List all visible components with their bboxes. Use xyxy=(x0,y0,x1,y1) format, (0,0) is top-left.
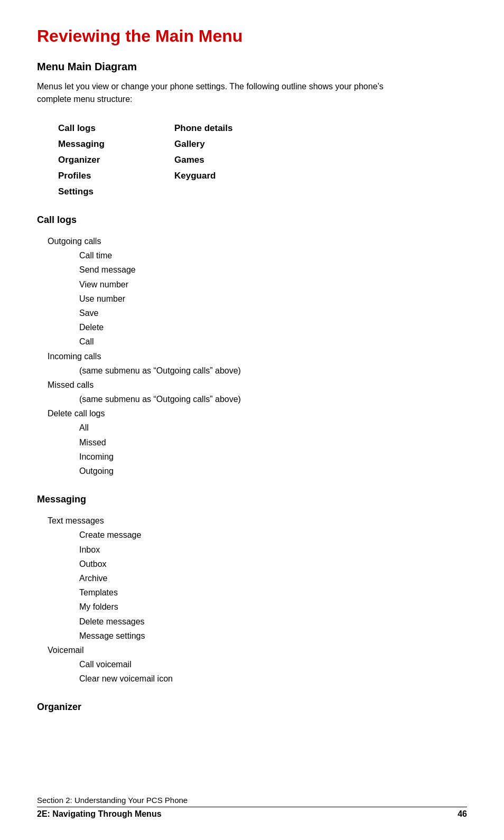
list-item: Delete messages xyxy=(79,614,467,629)
menu-item-gallery: Gallery xyxy=(174,137,312,151)
footer-bottom-row: 2E: Navigating Through Menus 46 xyxy=(37,807,467,819)
page-container: Reviewing the Main Menu Menu Main Diagra… xyxy=(0,0,504,766)
messaging-section: Messaging Text messages Create message I… xyxy=(37,494,467,686)
list-item: Missed calls xyxy=(48,378,467,392)
footer-chapter: 2E: Navigating Through Menus xyxy=(37,809,162,819)
list-item: View number xyxy=(79,277,467,292)
menu-main-diagram-section: Menu Main Diagram Menus let you view or … xyxy=(37,61,467,199)
footer-section-label: Section 2: Understanding Your PCS Phone xyxy=(37,796,467,805)
intro-text: Menus let you view or change your phone … xyxy=(37,80,417,106)
menu-item-messaging: Messaging xyxy=(58,137,174,151)
list-item: Outgoing calls xyxy=(48,234,467,248)
list-item: Use number xyxy=(79,292,467,306)
list-item: Incoming calls xyxy=(48,349,467,363)
list-item: My folders xyxy=(79,600,467,614)
list-item: Incoming xyxy=(79,450,467,464)
list-item: Outbox xyxy=(79,557,467,571)
list-item: Missed xyxy=(79,435,467,450)
list-item: (same submenu as “Outgoing calls” above) xyxy=(79,363,467,378)
list-item: Voicemail xyxy=(48,643,467,657)
page-footer: Section 2: Understanding Your PCS Phone … xyxy=(37,796,467,819)
list-item: Delete xyxy=(79,320,467,334)
page-title: Reviewing the Main Menu xyxy=(37,26,467,46)
call-logs-heading: Call logs xyxy=(37,214,467,226)
footer-page-number: 46 xyxy=(458,809,467,819)
menu-main-diagram-heading: Menu Main Diagram xyxy=(37,61,467,73)
list-item: Send message xyxy=(79,263,467,277)
list-item: Delete call logs xyxy=(48,406,467,421)
list-item: Outgoing xyxy=(79,464,467,478)
organizer-heading: Organizer xyxy=(37,702,467,713)
list-item: Save xyxy=(79,306,467,320)
menu-item-games: Games xyxy=(174,153,312,167)
menu-item-call-logs: Call logs xyxy=(58,122,174,135)
call-logs-outline: Outgoing calls Call time Send message Vi… xyxy=(37,234,467,478)
list-item: Call xyxy=(79,334,467,349)
messaging-heading: Messaging xyxy=(37,494,467,505)
list-item: Message settings xyxy=(79,629,467,643)
menu-item-placeholder xyxy=(174,185,312,199)
list-item: Call voicemail xyxy=(79,657,467,671)
list-item: (same submenu as “Outgoing calls” above) xyxy=(79,392,467,406)
list-item: Text messages xyxy=(48,514,467,528)
menu-item-settings: Settings xyxy=(58,185,174,199)
organizer-section: Organizer xyxy=(37,702,467,713)
menu-item-organizer: Organizer xyxy=(58,153,174,167)
messaging-outline: Text messages Create message Inbox Outbo… xyxy=(37,514,467,686)
menu-item-keyguard: Keyguard xyxy=(174,169,312,183)
list-item: Inbox xyxy=(79,543,467,557)
menu-item-phone-details: Phone details xyxy=(174,122,312,135)
list-item: Templates xyxy=(79,585,467,600)
menu-item-profiles: Profiles xyxy=(58,169,174,183)
list-item: Create message xyxy=(79,528,467,542)
menu-grid: Call logs Phone details Messaging Galler… xyxy=(58,122,467,199)
list-item: All xyxy=(79,421,467,435)
list-item: Call time xyxy=(79,248,467,263)
call-logs-section: Call logs Outgoing calls Call time Send … xyxy=(37,214,467,478)
list-item: Archive xyxy=(79,571,467,585)
list-item: Clear new voicemail icon xyxy=(79,671,467,686)
